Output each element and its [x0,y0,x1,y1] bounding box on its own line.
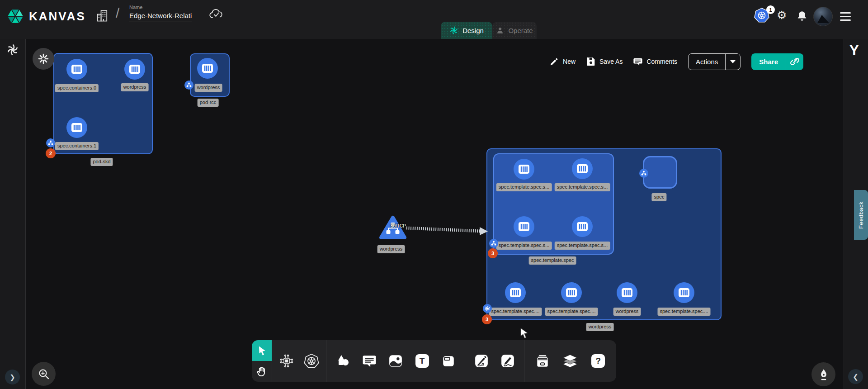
group-spec-template-spec[interactable] [493,153,614,255]
tab-design[interactable]: Design [441,22,492,39]
text-tool-button[interactable]: T [412,347,432,375]
components-tool-button[interactable] [277,347,297,375]
toolbar-section-infra [272,340,326,382]
settings-gear-icon[interactable]: ⚙ [777,9,787,21]
node-label[interactable]: spec [651,193,666,201]
design-badge[interactable] [483,304,492,313]
node-container[interactable] [197,58,218,79]
node-container[interactable] [514,216,534,237]
zoom-search-button[interactable] [32,362,56,386]
user-avatar[interactable] [813,7,833,26]
node-container[interactable] [505,282,526,303]
tab-operate[interactable]: Operate [492,22,537,39]
node-label[interactable]: spec.template.spec.... [545,308,598,316]
node-label[interactable]: spec.template.spec.s... [555,183,610,191]
pen-tool-button[interactable] [472,347,491,375]
k8s-context-switcher[interactable]: 1 [754,7,775,25]
node-container[interactable] [66,117,87,138]
hamburger-menu-icon[interactable] [840,12,851,21]
k8s-resource-badge[interactable] [184,81,193,90]
shapes-icon [336,354,350,368]
node-container[interactable] [674,282,694,303]
k8s-resource-badge[interactable] [639,169,648,178]
node-container[interactable] [124,59,145,80]
node-label[interactable]: spec.containers.0 [55,84,99,92]
service-edge-arrow[interactable] [404,223,494,236]
help-tool-glyph: ? [595,356,601,366]
organization-icon[interactable] [96,9,109,23]
k8s-resource-icon [491,241,496,246]
error-count-badge[interactable]: 3 [488,248,498,258]
note-tool-button[interactable] [439,347,458,375]
k8s-resource-badge[interactable] [489,239,498,248]
whiteboard-pen-button[interactable] [811,362,835,386]
node-container[interactable] [617,282,637,303]
edge-port-label[interactable]: 80/TCP [391,223,406,228]
node-container[interactable] [572,216,593,237]
drawer-tool-button[interactable] [533,347,552,375]
feedback-tab[interactable]: Feedback [854,190,868,240]
tab-operate-label: Operate [508,27,533,34]
group-label-pod-skd[interactable]: pod-skd [90,158,113,166]
actions-label: Actions [689,54,725,70]
image-tool-button[interactable] [386,347,406,375]
node-label[interactable]: spec.template.spec.... [658,308,711,316]
comments-button[interactable]: Comments [633,57,677,66]
actions-split-button[interactable]: Actions [688,53,741,70]
actions-dropdown-arrow[interactable] [726,54,740,70]
node-container[interactable] [514,159,534,180]
node-container[interactable] [66,59,87,80]
node-label[interactable]: spec.template.spec.s... [496,183,552,191]
notifications-bell-icon[interactable] [796,10,808,23]
kanvas-logo[interactable]: KANVAS [6,7,86,25]
node-label[interactable]: wordpress [121,83,149,91]
meshery-spiral-icon[interactable] [6,43,19,56]
design-name-input[interactable] [129,11,192,22]
container-icon [621,287,633,299]
comment-icon [633,57,642,66]
help-tool-button[interactable]: ? [588,347,608,375]
expand-right-panel-button[interactable]: ❮ [848,369,863,384]
expand-left-panel-button[interactable]: ❯ [5,370,20,384]
error-count-badge[interactable]: 2 [46,148,56,158]
select-tool-button[interactable] [252,340,272,361]
group-label-pod-rcc[interactable]: pod-rcc [198,99,219,107]
copy-link-button[interactable] [786,53,803,70]
node-label[interactable]: wordpress [613,308,641,316]
node-container[interactable] [561,282,582,303]
node-label[interactable]: wordpress [195,84,222,92]
cluster-node[interactable] [33,48,54,70]
comments-label: Comments [646,58,677,65]
node-label[interactable]: wordpress [377,245,405,253]
comment-tool-button[interactable] [359,347,379,375]
shapes-tool-button[interactable] [333,347,353,375]
container-icon [128,63,141,75]
node-label[interactable]: spec.template.spec.s... [555,242,610,250]
save-as-button[interactable]: Save As [586,57,623,66]
save-icon [586,57,595,66]
node-label[interactable]: spec.template.spec.s... [496,242,552,250]
node-label[interactable]: spec.containers.1 [55,142,99,150]
share-split-button[interactable]: Share [751,53,803,70]
k8s-resource-badge[interactable] [46,138,55,147]
logo-wordmark: KANVAS [29,9,86,24]
error-count-badge[interactable]: 3 [482,314,492,324]
new-button[interactable]: New [550,57,576,66]
freehand-tool-button[interactable] [498,347,518,375]
container-icon [71,122,83,133]
kubernetes-tool-button[interactable] [302,347,321,375]
cloud-saved-icon [209,8,223,20]
node-container[interactable] [572,158,593,179]
dock-logo-mark: Y [849,43,859,59]
group-label-wordpress-deployment[interactable]: wordpress [586,323,614,331]
pan-tool-button[interactable] [252,361,272,382]
image-icon [388,354,403,368]
group-label-spec-template-spec[interactable]: spec.template.spec [529,256,576,265]
select-pan-stack [252,340,272,382]
container-icon [576,163,589,175]
layers-tool-button[interactable] [560,347,580,375]
node-label[interactable]: spec.template.spec.... [489,308,542,316]
design-action-bar: New Save As Comments Actions Share [550,53,803,70]
node-service[interactable] [379,215,407,242]
breadcrumb-separator: / [116,5,119,21]
